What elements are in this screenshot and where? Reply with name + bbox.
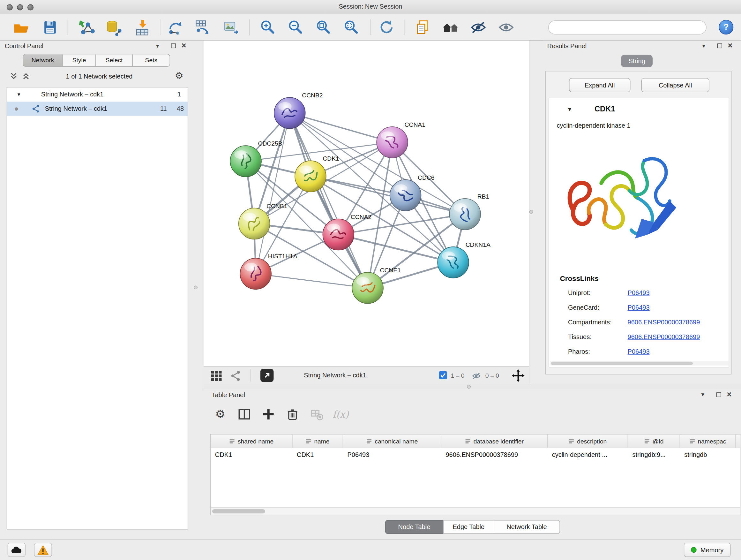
save-session-button[interactable] xyxy=(41,18,59,37)
node-CDK1[interactable] xyxy=(295,161,326,192)
toolbar-separator xyxy=(370,19,370,36)
import-table-button[interactable] xyxy=(133,18,151,37)
disclosure-triangle-icon[interactable]: ▼ xyxy=(567,106,572,112)
table-cell[interactable]: stringdb xyxy=(680,448,736,461)
home-button[interactable] xyxy=(441,18,460,37)
zoom-out-button[interactable] xyxy=(286,18,305,37)
create-column-button[interactable] xyxy=(260,406,277,423)
node-CCNB1[interactable] xyxy=(239,208,270,240)
tab-style[interactable]: Style xyxy=(63,54,96,66)
column-header-database-identifier[interactable]: database identifier xyxy=(441,435,548,448)
edge-CCNB2-CCNE1[interactable] xyxy=(290,113,367,288)
node-HIST1H1A[interactable] xyxy=(240,258,271,290)
new-network-button[interactable] xyxy=(166,18,185,37)
table-row[interactable]: CDK1CDK1P064939606.ENSP00000378699cyclin… xyxy=(211,448,740,461)
tab-network[interactable]: Network xyxy=(23,54,63,66)
tab-edge-table[interactable]: Edge Table xyxy=(443,520,494,534)
node-CCNA2[interactable] xyxy=(323,219,354,250)
crosslink-value-link[interactable]: P06493 xyxy=(628,289,650,296)
apply-layout-button[interactable] xyxy=(377,18,396,37)
network-tree-root-row[interactable]: ▼ String Network – cdk1 1 xyxy=(7,87,188,102)
column-header-canonical-name[interactable]: canonical name xyxy=(343,435,441,448)
crosslink-value-link[interactable]: 9606.ENSP00000378699 xyxy=(628,319,700,326)
tab-network-table[interactable]: Network Table xyxy=(494,520,560,534)
grid-view-icon[interactable] xyxy=(210,370,223,382)
table-cell[interactable]: CDK1 xyxy=(211,448,292,461)
table-cell[interactable]: P06493 xyxy=(343,448,441,461)
copy-button[interactable] xyxy=(413,18,432,37)
results-horizontal-scrollbar[interactable] xyxy=(550,361,729,365)
network-canvas[interactable]: CCNB2CCNA1CDC25BCDK1CDC6RB1CCNB1CCNA2CDK… xyxy=(204,41,529,366)
import-network-file-button[interactable] xyxy=(77,18,96,37)
close-panel-icon[interactable]: × xyxy=(727,391,732,398)
search-input[interactable] xyxy=(548,20,706,35)
edge-CDK1-RB1[interactable] xyxy=(311,176,465,214)
edge-CCNB2-HIST1H1A[interactable] xyxy=(256,113,290,273)
close-panel-icon[interactable]: × xyxy=(728,43,733,49)
column-header-name[interactable]: name xyxy=(293,435,343,448)
disclosure-triangle-icon[interactable]: ▼ xyxy=(17,91,21,97)
maximize-panel-icon[interactable] xyxy=(717,392,721,397)
table-cell[interactable]: cyclin-dependent ... xyxy=(548,448,628,461)
import-network-database-button[interactable] xyxy=(105,18,124,37)
edge-HIST1H1A-CCNE1[interactable] xyxy=(256,273,367,288)
tab-select[interactable]: Select xyxy=(96,54,133,66)
network-tree-child-row[interactable]: String Network – cdk1 11 48 xyxy=(7,102,188,116)
maximize-panel-icon[interactable] xyxy=(171,44,176,48)
float-panel-icon[interactable]: ▾ xyxy=(702,43,705,49)
show-all-button[interactable] xyxy=(496,18,515,37)
splitter-handle[interactable] xyxy=(529,210,533,214)
float-panel-icon[interactable]: ▾ xyxy=(156,43,159,49)
zoom-in-button[interactable] xyxy=(259,18,277,37)
selected-checkbox-icon[interactable] xyxy=(439,371,447,379)
node-RB1[interactable] xyxy=(449,199,481,230)
crosslink-value-link[interactable]: P06493 xyxy=(628,348,650,355)
expand-all-button[interactable]: Expand All xyxy=(569,78,630,92)
column-header-namespac[interactable]: namespac xyxy=(680,435,736,448)
delete-column-button[interactable] xyxy=(284,406,301,423)
show-columns-button[interactable] xyxy=(236,406,253,423)
tab-node-table[interactable]: Node Table xyxy=(385,520,444,534)
network-overview-icon[interactable] xyxy=(230,370,242,382)
column-header-shared-name[interactable]: shared name xyxy=(211,435,292,448)
crosslink-value-link[interactable]: 9606.ENSP00000378699 xyxy=(628,333,700,340)
tab-sets[interactable]: Sets xyxy=(133,54,170,66)
table-cell[interactable]: CDK1 xyxy=(293,448,343,461)
table-cell[interactable]: stringdb:9... xyxy=(628,448,680,461)
horizontal-splitter[interactable] xyxy=(204,384,741,388)
collapse-all-button[interactable]: Collapse All xyxy=(642,78,710,92)
hidden-eye-slash-icon[interactable] xyxy=(471,371,482,381)
open-session-button[interactable] xyxy=(12,18,30,37)
hide-selected-button[interactable] xyxy=(469,18,488,37)
close-panel-icon[interactable]: × xyxy=(182,43,186,49)
zoom-selected-button[interactable] xyxy=(342,18,361,37)
gear-icon[interactable]: ⚙ xyxy=(175,70,184,81)
tab-string[interactable]: String xyxy=(621,55,653,67)
float-panel-icon[interactable]: ▾ xyxy=(701,391,704,397)
node-CDC25B[interactable] xyxy=(230,145,261,177)
cloud-button[interactable] xyxy=(8,543,25,557)
export-view-button[interactable] xyxy=(260,369,273,382)
crosslink-value-link[interactable]: P06493 xyxy=(628,304,650,311)
node-CCNA1[interactable] xyxy=(377,127,408,158)
network-from-table-button[interactable] xyxy=(194,18,212,37)
column-header--id[interactable]: @id xyxy=(628,435,680,448)
column-header-description[interactable]: description xyxy=(548,435,628,448)
node-CDC6[interactable] xyxy=(390,180,421,211)
pan-move-icon[interactable] xyxy=(512,369,525,382)
node-CCNE1[interactable] xyxy=(352,272,383,304)
node-CDKN1A[interactable] xyxy=(437,247,469,278)
table-settings-button[interactable]: ⚙ xyxy=(212,406,228,423)
help-button[interactable]: ? xyxy=(719,20,733,35)
table-cell[interactable]: 9606.ENSP00000378699 xyxy=(441,448,548,461)
columns-icon xyxy=(237,407,251,421)
export-image-button[interactable] xyxy=(222,18,241,37)
memory-button[interactable]: Memory xyxy=(684,543,731,557)
node-CCNB2[interactable] xyxy=(274,98,306,129)
zoom-fit-button[interactable] xyxy=(314,18,333,37)
splitter-handle[interactable] xyxy=(194,286,198,289)
maximize-panel-icon[interactable] xyxy=(718,44,722,48)
splitter-handle[interactable] xyxy=(467,385,471,388)
warnings-button[interactable] xyxy=(34,543,52,557)
table-horizontal-scrollbar[interactable] xyxy=(211,507,740,515)
